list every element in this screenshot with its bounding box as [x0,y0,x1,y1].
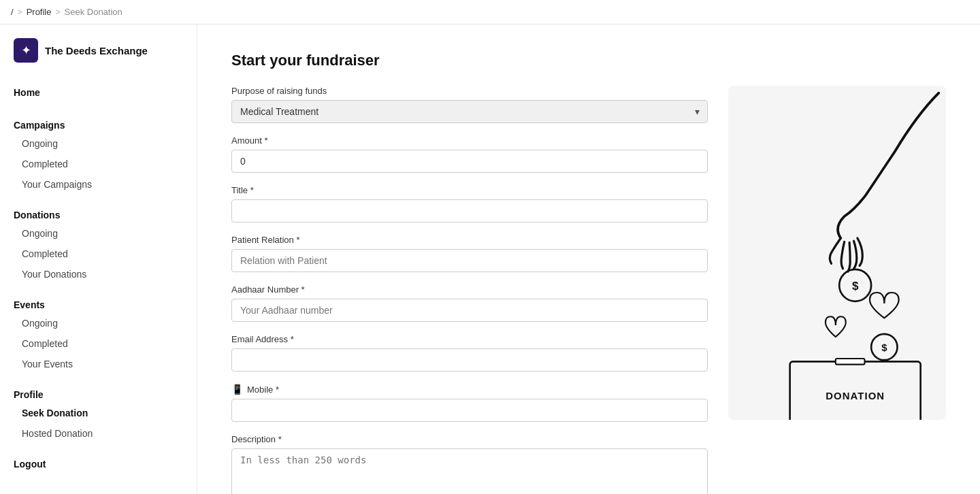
sidebar-item-donations-completed[interactable]: Completed [0,244,197,264]
purpose-select[interactable]: Medical Treatment Education Disaster Rel… [231,100,708,123]
breadcrumb: / > Profile > Seek Donation [0,0,980,24]
sidebar-heading-profile: Profile [0,382,197,403]
aadhaar-input[interactable] [231,299,708,322]
form-image-row: Purpose of raising funds Medical Treatme… [231,86,946,494]
svg-text:$: $ [852,280,859,293]
breadcrumb-home[interactable]: / [11,7,14,17]
amount-label: Amount * [231,135,708,146]
page-title: Start your fundraiser [231,52,946,69]
main-content: Start your fundraiser Purpose of raising… [197,24,980,494]
nav-donations-section: Donations Ongoing Completed Your Donatio… [0,199,197,289]
patient-relation-label: Patient Relation * [231,235,708,245]
sidebar: ✦ The Deeds Exchange Home Campaigns Ongo… [0,24,197,494]
title-label: Title * [231,185,708,195]
email-group: Email Address * [231,334,708,372]
sidebar-item-campaigns-completed[interactable]: Completed [0,154,197,174]
sidebar-item-donations-ongoing[interactable]: Ongoing [0,223,197,244]
mobile-input[interactable] [231,399,708,422]
nav-profile-section: Profile Seek Donation Hosted Donation [0,378,197,448]
nav-home-section: Home [0,76,197,109]
donation-illustration: $ $ DONATION [728,86,946,420]
email-input[interactable] [231,348,708,372]
sidebar-item-events-ongoing[interactable]: Ongoing [0,313,197,333]
logo-row: ✦ The Deeds Exchange [0,38,197,76]
logo-text: The Deeds Exchange [45,45,148,56]
purpose-group: Purpose of raising funds Medical Treatme… [231,86,708,123]
donation-svg: $ $ DONATION [728,86,946,420]
breadcrumb-current: Seek Donation [65,7,122,17]
sidebar-item-home[interactable]: Home [0,80,197,105]
mobile-label: Mobile * [247,384,279,395]
svg-text:$: $ [881,342,887,353]
title-group: Title * [231,185,708,223]
sidebar-item-events-completed[interactable]: Completed [0,333,197,354]
sidebar-heading-campaigns: Campaigns [0,113,197,133]
nav-campaigns-section: Campaigns Ongoing Completed Your Campaig… [0,109,197,199]
fundraiser-form: Purpose of raising funds Medical Treatme… [231,86,708,494]
logo-icon: ✦ [14,38,38,63]
nav-logout-section: Logout [0,448,197,480]
breadcrumb-sep1: > [18,7,22,17]
purpose-select-wrapper: Medical Treatment Education Disaster Rel… [231,100,708,123]
sidebar-heading-events: Events [0,293,197,313]
mobile-group: 📱 Mobile * [231,384,708,422]
description-textarea[interactable] [231,448,708,494]
sidebar-item-seek-donation[interactable]: Seek Donation [0,403,197,423]
amount-input[interactable] [231,150,708,173]
purpose-label: Purpose of raising funds [231,86,708,96]
breadcrumb-sep2: > [56,7,61,17]
aadhaar-label: Aadhaar Number * [231,284,708,295]
breadcrumb-profile[interactable]: Profile [27,7,52,17]
description-group: Description * [231,434,708,494]
patient-relation-input[interactable] [231,249,708,272]
sidebar-item-logout[interactable]: Logout [0,452,197,476]
mobile-label-row: 📱 Mobile * [231,384,708,395]
sidebar-item-hosted-donation[interactable]: Hosted Donation [0,423,197,444]
sidebar-item-campaigns-yours[interactable]: Your Campaigns [0,174,197,195]
aadhaar-group: Aadhaar Number * [231,284,708,322]
patient-relation-group: Patient Relation * [231,235,708,272]
email-label: Email Address * [231,334,708,344]
sidebar-heading-donations: Donations [0,203,197,223]
sidebar-item-campaigns-ongoing[interactable]: Ongoing [0,133,197,154]
amount-group: Amount * [231,135,708,173]
title-input[interactable] [231,199,708,223]
nav-events-section: Events Ongoing Completed Your Events [0,289,197,378]
sidebar-item-events-yours[interactable]: Your Events [0,354,197,374]
mobile-icon: 📱 [231,384,243,395]
svg-text:DONATION: DONATION [826,390,885,401]
description-label: Description * [231,434,708,444]
sidebar-item-donations-yours[interactable]: Your Donations [0,264,197,284]
svg-rect-5 [836,359,865,365]
